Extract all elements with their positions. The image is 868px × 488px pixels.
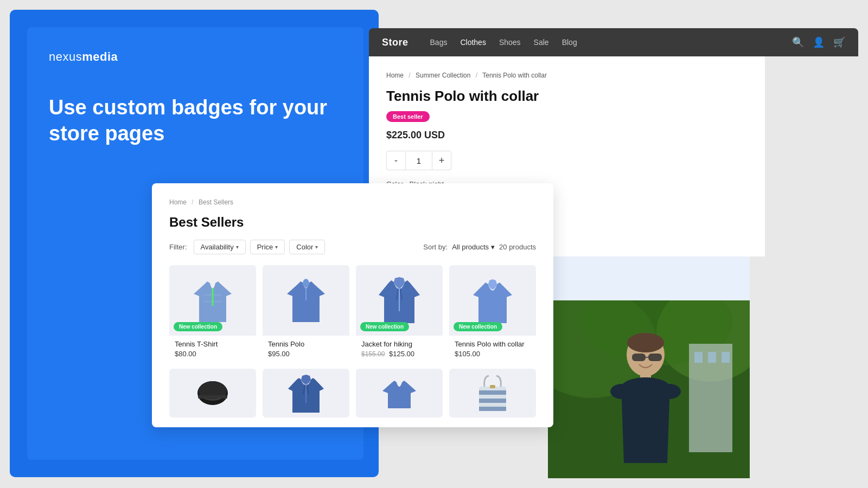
nav-link-blog[interactable]: Blog <box>562 38 577 47</box>
product-card-img-bag <box>449 369 536 418</box>
user-icon[interactable]: 👤 <box>813 36 825 48</box>
man-figure-svg <box>548 300 750 478</box>
svg-rect-10 <box>708 352 716 363</box>
product-card-img-3: New collection <box>356 265 443 336</box>
hero-headline: Use custom badges for your store pages <box>49 95 331 146</box>
sort-label: Sort by: <box>423 243 448 251</box>
product-card-info-1: Tennis T-Shirt $80.00 <box>169 336 256 362</box>
cart-icon[interactable]: 🛒 <box>833 36 845 48</box>
product-card-info-4: Tennis Polo with collar $105.00 <box>449 336 536 362</box>
product-card-tshirt2[interactable] <box>356 369 443 418</box>
svg-rect-39 <box>490 385 495 388</box>
product-card-tennis-tshirt[interactable]: New collection Tennis T-Shirt $80.00 <box>169 265 256 362</box>
product-card-bag[interactable] <box>449 369 536 418</box>
breadcrumb: Home / Summer Collection / Tennis Polo w… <box>386 72 748 79</box>
new-collection-badge-3: New collection <box>360 322 409 331</box>
new-collection-badge-1: New collection <box>174 322 222 331</box>
tshirt2-svg <box>380 377 418 409</box>
product-card-hoodie[interactable] <box>263 369 349 418</box>
quantity-decrease-button[interactable]: - <box>386 151 406 170</box>
svg-rect-15 <box>648 354 662 361</box>
product-card-tennis-polo[interactable]: Tennis Polo $95.00 <box>263 265 349 362</box>
svg-point-13 <box>627 333 664 352</box>
polo-2-svg <box>284 273 328 328</box>
product-name-2: Tennis Polo <box>268 340 344 348</box>
svg-rect-11 <box>722 352 730 363</box>
product-name-1: Tennis T-Shirt <box>175 340 251 348</box>
svg-rect-37 <box>479 399 506 403</box>
tshirt-1-svg <box>191 273 234 328</box>
product-card-img-1: New collection <box>169 265 256 336</box>
product-card-helmet[interactable] <box>169 369 256 418</box>
filter-color-button[interactable]: Color ▾ <box>289 240 325 254</box>
product-card-img-helmet <box>169 369 256 418</box>
product-price-1: $80.00 <box>175 350 251 358</box>
svg-rect-38 <box>479 407 506 411</box>
jacket-3-svg <box>378 273 421 328</box>
bs-breadcrumb: Home / Best Sellers <box>169 198 536 206</box>
logo-text: nexusmedia <box>49 50 118 63</box>
product-title: Tennis Polo with collar <box>386 88 748 105</box>
store-logo: Store <box>382 37 409 48</box>
new-collection-badge-4: New collection <box>454 322 502 331</box>
product-card-img-tshirt2 <box>356 369 443 418</box>
svg-rect-36 <box>479 390 506 395</box>
filter-price-button[interactable]: Price ▾ <box>250 240 285 254</box>
product-card-img-4: New collection <box>449 265 536 336</box>
sort-area: Sort by: All products ▾ 20 products <box>423 243 536 251</box>
svg-rect-14 <box>632 354 646 361</box>
nav-links: Bags Clothes Shoes Sale Blog <box>430 38 792 47</box>
product-price: $225.00 USD <box>386 130 748 141</box>
nav-link-sale[interactable]: Sale <box>534 38 549 47</box>
best-seller-badge: Best seller <box>386 111 430 122</box>
product-price-2: $95.00 <box>268 350 344 358</box>
man-figure <box>548 300 750 478</box>
product-card-jacket[interactable]: New collection Jacket for hiking $155.00… <box>356 265 443 362</box>
nav-link-bags[interactable]: Bags <box>430 38 448 47</box>
product-grid-row2 <box>169 369 536 418</box>
products-count: 20 products <box>499 243 536 251</box>
sort-select[interactable]: All products ▾ <box>452 243 495 251</box>
quantity-value: 1 <box>406 151 432 170</box>
bag-svg <box>474 371 512 415</box>
product-card-img-hoodie <box>263 369 349 418</box>
store-navbar: Store Bags Clothes Shoes Sale Blog 🔍 👤 🛒 <box>369 28 858 56</box>
helmet-svg <box>194 377 232 409</box>
product-card-polo-collar[interactable]: New collection Tennis Polo with collar $… <box>449 265 536 362</box>
svg-point-20 <box>610 384 634 399</box>
nav-icons: 🔍 👤 🛒 <box>792 36 845 48</box>
filters-bar: Filter: Availability ▾ Price ▾ Color ▾ S… <box>169 240 536 254</box>
nav-link-shoes[interactable]: Shoes <box>499 38 521 47</box>
hoodie-svg <box>287 371 325 415</box>
filter-label: Filter: <box>169 243 187 251</box>
nav-link-clothes[interactable]: Clothes <box>460 38 486 47</box>
best-sellers-panel: Home / Best Sellers Best Sellers Filter:… <box>152 183 553 427</box>
man-photo-panel <box>548 300 750 478</box>
svg-rect-31 <box>198 395 227 399</box>
product-name-4: Tennis Polo with collar <box>455 340 531 348</box>
polo-collar-4-svg <box>471 273 514 328</box>
product-grid-row1: New collection Tennis T-Shirt $80.00 Ten… <box>169 265 536 362</box>
product-card-info-2: Tennis Polo $95.00 <box>263 336 349 362</box>
filter-availability-button[interactable]: Availability ▾ <box>194 240 246 254</box>
search-icon[interactable]: 🔍 <box>792 36 804 48</box>
quantity-controls: - 1 + <box>386 151 748 170</box>
svg-point-21 <box>657 384 681 399</box>
quantity-increase-button[interactable]: + <box>432 151 451 170</box>
product-card-info-3: Jacket for hiking $155.00 $125.00 <box>356 336 443 362</box>
product-name-3: Jacket for hiking <box>361 340 437 348</box>
product-card-img-2 <box>263 265 349 336</box>
svg-rect-9 <box>694 352 703 363</box>
best-sellers-title: Best Sellers <box>169 215 536 230</box>
product-price-4: $105.00 <box>455 350 531 358</box>
product-price-3: $155.00 $125.00 <box>361 350 437 358</box>
brand-logo: nexusmedia <box>49 50 118 64</box>
